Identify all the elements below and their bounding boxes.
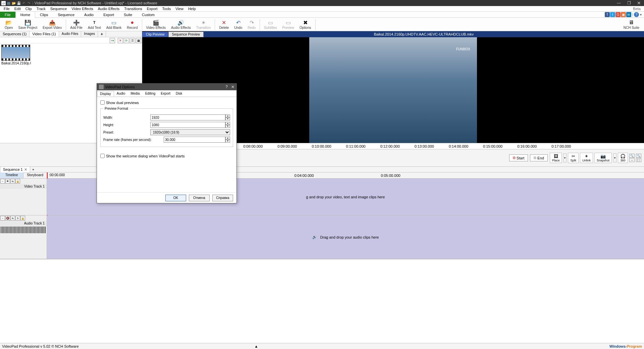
expand-up-icon[interactable]: ▲ <box>254 344 258 348</box>
mode-timeline[interactable]: Timeline <box>0 172 23 178</box>
open-button[interactable]: 📂Open <box>2 18 15 31</box>
tab-disk[interactable]: Disk <box>173 91 185 97</box>
video-effects-button[interactable]: 🎬Video Effects <box>144 18 169 31</box>
mode-storyboard[interactable]: Storyboard <box>23 172 47 178</box>
add-text-button[interactable]: TAdd Text <box>85 18 104 31</box>
preview-button[interactable]: ▭Preview <box>279 18 297 31</box>
spin-down-icon[interactable]: ▼ <box>225 125 230 128</box>
width-input[interactable] <box>150 114 225 120</box>
mute-icon[interactable]: 🔇 <box>5 216 10 220</box>
record-button[interactable]: ●Record <box>124 18 140 31</box>
audio-track-body[interactable]: 🔊 Drag and drop your audio clips here <box>47 215 644 259</box>
preset-select[interactable]: 1920x1080 (16:9) <box>150 129 230 135</box>
menu-help[interactable]: Help <box>186 7 198 11</box>
add-media-icon[interactable]: +▾ <box>110 38 115 43</box>
help-button[interactable]: Справка <box>212 195 233 201</box>
lock-icon[interactable]: 🔒 <box>20 216 25 220</box>
tab-images[interactable]: Images <box>81 31 98 37</box>
zoom-in-icon[interactable]: 🔍 <box>629 154 635 158</box>
360-button[interactable]: 🎧360 <box>618 153 628 163</box>
end-button[interactable]: ⧉End <box>530 154 548 161</box>
unlink-button[interactable]: ✶Unlink <box>580 153 593 163</box>
split-button[interactable]: ✂Split <box>568 153 579 163</box>
ribbon-tab-file[interactable]: File <box>0 12 15 18</box>
subtitles-button[interactable]: ▭Subtitles <box>261 18 279 31</box>
qa-save-icon[interactable]: 💾 <box>16 1 21 5</box>
minimize-button[interactable]: — <box>614 0 624 6</box>
dialog-titlebar[interactable]: VideoPad Options ? ✕ <box>97 84 236 90</box>
remove-media-icon[interactable]: ✕ <box>118 38 123 43</box>
dialog-help-icon[interactable]: ? <box>225 85 228 89</box>
qa-icon[interactable]: ▱ <box>1 1 6 5</box>
export-video-button[interactable]: 📤Export Video <box>40 18 64 31</box>
facebook-icon[interactable]: f <box>605 12 610 17</box>
ribbon-tab-suite[interactable]: Suite <box>119 12 137 18</box>
qa-open-icon[interactable]: 📂 <box>11 1 16 5</box>
tab-editing[interactable]: Editing <box>143 91 158 97</box>
menu-tools[interactable]: Tools <box>160 7 173 11</box>
welcome-checkbox[interactable]: Show the welcome dialog when VideoPad st… <box>100 154 233 158</box>
dialog-close-icon[interactable]: ✕ <box>231 85 234 89</box>
ribbon-tab-clips[interactable]: Clips <box>35 12 53 18</box>
close-icon[interactable]: ✕ <box>24 167 27 172</box>
google-plus-icon[interactable]: G <box>615 12 621 17</box>
solo-icon[interactable]: S <box>15 216 20 220</box>
transition-button[interactable]: ✶Transition <box>194 18 214 31</box>
spin-up-icon[interactable]: ▲ <box>225 137 230 140</box>
menu-export[interactable]: Export <box>145 7 160 11</box>
ribbon-tab-sequence[interactable]: Sequence <box>53 12 80 18</box>
menu-file[interactable]: File <box>1 7 12 11</box>
qa-redo-icon[interactable]: ↷ <box>26 1 31 5</box>
fps-input[interactable] <box>164 137 225 143</box>
media-clip[interactable]: Baikal.2014.2160p.U... <box>1 45 31 65</box>
menu-view[interactable]: View <box>173 7 186 11</box>
dual-previews-checkbox[interactable]: Show dual previews <box>100 100 233 105</box>
tab-audio-files[interactable]: Audio Files <box>59 31 81 37</box>
tab-sequences[interactable]: Sequences (1) <box>0 31 30 37</box>
snapshot-button[interactable]: 📷Snapshot <box>594 153 612 163</box>
menu-video-effects[interactable]: Video Effects <box>69 7 95 11</box>
collapse-icon[interactable]: − <box>0 216 5 220</box>
menu-sequence[interactable]: Sequence <box>48 7 69 11</box>
help-icon[interactable]: ? <box>634 12 639 17</box>
add-file-button[interactable]: ➕Add File <box>67 18 85 31</box>
ok-button[interactable]: OK <box>165 195 186 201</box>
eye-icon[interactable]: 👁 <box>5 179 10 184</box>
refresh-icon[interactable]: ⟳ <box>124 38 129 43</box>
audio-effects-button[interactable]: 🔊Audio Effects <box>168 18 194 31</box>
expand-icon[interactable]: ⛶ <box>636 158 641 162</box>
close-button[interactable]: ✕ <box>634 0 644 6</box>
redo-button[interactable]: ↷Redo <box>245 18 258 31</box>
add-blank-button[interactable]: ▭Add Blank <box>104 18 124 31</box>
tab-display[interactable]: Display <box>97 91 114 97</box>
delete-button[interactable]: ✕Delete <box>216 18 231 31</box>
snapshot-dropdown-icon[interactable]: ▾ <box>613 153 616 162</box>
collapse-icon[interactable]: − <box>0 179 5 184</box>
save-project-button[interactable]: 💾Save Project <box>15 18 40 31</box>
spin-down-icon[interactable]: ▼ <box>225 117 230 120</box>
menu-edit[interactable]: Edit <box>12 7 23 11</box>
tab-clip-preview[interactable]: Clip Preview <box>142 32 168 37</box>
menu-track[interactable]: Track <box>34 7 48 11</box>
fit-icon[interactable]: ↔ <box>629 158 635 162</box>
add-sequence-button[interactable]: + <box>30 167 36 172</box>
zoom-out-icon[interactable]: 🔍 <box>636 154 641 158</box>
cancel-button[interactable]: Отмена <box>189 195 210 201</box>
ribbon-tab-export[interactable]: Export <box>99 12 119 18</box>
place-button[interactable]: 🖼Place <box>550 153 562 163</box>
spin-up-icon[interactable]: ▲ <box>225 114 230 117</box>
fx-icon[interactable]: fx <box>10 179 15 184</box>
help-dropdown-icon[interactable]: ▾ <box>639 12 642 17</box>
linkedin-icon[interactable]: in <box>626 12 631 17</box>
tab-media[interactable]: Media <box>128 91 142 97</box>
menu-audio-effects[interactable]: Audio Effects <box>96 7 122 11</box>
undo-button[interactable]: ↶Undo <box>231 18 245 31</box>
list-view-icon[interactable]: ☰ <box>130 38 135 43</box>
spin-up-icon[interactable]: ▲ <box>225 122 230 125</box>
ribbon-tab-custom[interactable]: Custom <box>137 12 160 18</box>
nch-suite-button[interactable]: 🖥NCH Suite <box>621 18 642 31</box>
options-button[interactable]: ✖Options <box>297 18 314 31</box>
rss-icon[interactable]: ▣ <box>621 12 626 17</box>
place-dropdown-icon[interactable]: ▾ <box>563 153 567 162</box>
tab-add[interactable]: + <box>98 31 106 37</box>
